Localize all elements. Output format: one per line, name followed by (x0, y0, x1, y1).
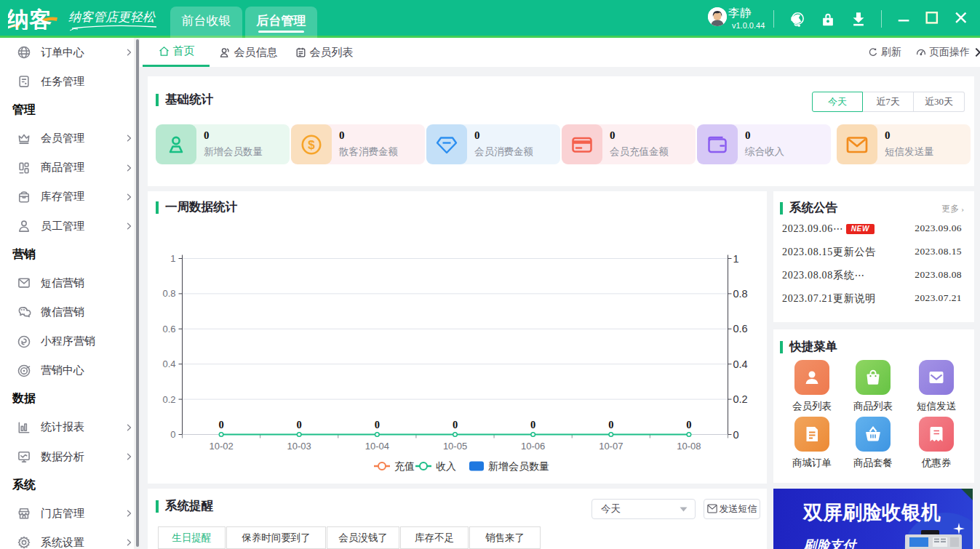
svg-text:0.2: 0.2 (733, 393, 748, 405)
svg-text:充值: 充值 (394, 460, 415, 472)
svg-text:0.4: 0.4 (733, 358, 748, 370)
svg-text:0: 0 (686, 419, 691, 430)
svg-text:10-05: 10-05 (443, 441, 467, 452)
svg-text:0: 0 (297, 419, 302, 430)
svg-text:10-04: 10-04 (365, 441, 389, 452)
svg-text:1: 1 (733, 253, 739, 265)
svg-text:0: 0 (453, 419, 458, 430)
svg-text:0: 0 (608, 419, 613, 430)
svg-text:纳客管店更轻松: 纳客管店更轻松 (68, 10, 156, 24)
svg-text:0.2: 0.2 (162, 394, 175, 405)
svg-text:10-03: 10-03 (287, 441, 311, 452)
svg-text:0.8: 0.8 (162, 288, 175, 299)
svg-text:1: 1 (170, 253, 175, 264)
svg-text:0: 0 (530, 419, 535, 430)
svg-text:10-07: 10-07 (599, 441, 623, 452)
svg-text:0.6: 0.6 (733, 323, 748, 334)
svg-text:0.8: 0.8 (733, 288, 748, 300)
svg-text:0: 0 (375, 419, 380, 430)
svg-text:收入: 收入 (436, 460, 456, 472)
svg-text:$: $ (308, 138, 315, 152)
svg-text:0.6: 0.6 (162, 324, 175, 334)
svg-text:纳客: 纳客 (8, 8, 52, 30)
svg-text:0: 0 (733, 429, 739, 441)
svg-text:10-06: 10-06 (521, 441, 545, 452)
svg-text:新增会员数量: 新增会员数量 (488, 460, 549, 472)
svg-text:0.4: 0.4 (162, 358, 175, 369)
svg-text:0: 0 (170, 429, 175, 440)
svg-text:10-02: 10-02 (209, 441, 233, 452)
svg-text:0: 0 (218, 419, 223, 430)
svg-text:10-08: 10-08 (677, 441, 701, 452)
